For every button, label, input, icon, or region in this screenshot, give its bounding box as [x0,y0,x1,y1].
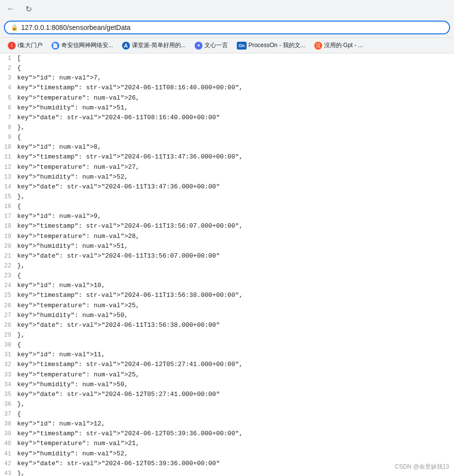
json-line: 32 key">"timestamp": str-val">"2024-06-1… [0,360,454,370]
line-number: 12 [0,163,17,172]
line-number: 36 [0,400,17,409]
bookmark-processon[interactable]: On ProcessOn - 我的文... [233,39,309,52]
line-content: key">"id": num-val">9, [17,212,101,221]
json-line: 28 key">"date": str-val">"2024-06-11T13:… [0,320,454,330]
line-number: 19 [0,232,17,241]
json-line: 36 }, [0,399,454,409]
line-number: 5 [0,94,17,103]
bookmark-label-ijida: i集大门户 [18,41,43,50]
json-line: 15 }, [0,192,454,202]
line-number: 15 [0,192,17,202]
line-content: key">"id": num-val">8, [17,142,101,152]
line-number: 32 [0,360,17,370]
bookmark-ketangpai[interactable]: A 课堂派-简单好用的... [118,39,190,52]
bookmark-icon-qianxin: 📄 [51,42,59,50]
json-line: 6 key">"humidity": num-val">51, [0,103,454,113]
line-content: key">"id": num-val">11, [17,350,105,360]
json-line: 43 }, [0,469,454,476]
line-number: 35 [0,390,17,399]
line-number: 39 [0,429,17,439]
line-content: key">"temperature": num-val">27, [17,162,140,172]
json-line: 17 key">"id": num-val">9, [0,212,454,221]
json-line: 5 key">"temperature": num-val">26, [0,93,454,103]
line-content: key">"humidity": num-val">51, [17,241,128,251]
line-content: }, [17,399,25,409]
line-content: key">"timestamp": str-val">"2024-06-11T1… [17,291,243,300]
line-content: { [17,132,21,142]
line-content: key">"humidity": num-val">50, [17,311,128,320]
line-content: { [17,63,21,73]
json-line: 38 key">"id": num-val">12, [0,419,454,429]
json-line: 26 key">"temperature": num-val">25, [0,301,454,311]
address-bar[interactable]: 🔒 127.0.0.1:8080/sensorbean/getData [4,21,450,34]
back-button[interactable]: ← [4,2,18,16]
json-line: 42 key">"date": str-val">"2024-06-12T05:… [0,459,454,469]
line-number: 8 [0,123,17,132]
line-number: 11 [0,153,17,162]
line-number: 21 [0,252,17,261]
line-content: key">"humidity": num-val">50, [17,380,128,390]
line-content: key">"date": str-val">"2024-06-12T05:39:… [17,459,220,469]
url-text: 127.0.0.1:8080/sensorbean/getData [21,24,130,31]
line-number: 6 [0,104,17,113]
line-content: key">"timestamp": str-val">"2024-06-11T1… [17,152,243,162]
line-content: key">"temperature": num-val">26, [17,93,140,103]
line-content: key">"temperature": num-val">28, [17,232,140,241]
line-number: 34 [0,380,17,390]
bookmark-gpt[interactable]: 没 没用的·Gpt - ... [310,39,367,52]
json-content: 1[2 {3 key">"id": num-val">7,4 key">"tim… [0,53,454,476]
bookmark-label-wenxin: 文心一言 [204,41,228,50]
line-number: 28 [0,321,17,330]
line-content: }, [17,123,25,132]
json-line: 24 key">"id": num-val">10, [0,281,454,291]
line-number: 13 [0,173,17,182]
line-number: 40 [0,439,17,449]
bookmarks-bar: i i集大门户 📄 奇安信网神网络安... A 课堂派-简单好用的... ✦ 文… [0,37,454,53]
json-line: 19 key">"temperature": num-val">28, [0,232,454,241]
bookmark-label-ketangpai: 课堂派-简单好用的... [132,41,186,50]
json-line: 13 key">"humidity": num-val">52, [0,172,454,182]
bookmark-icon-ijida: i [8,42,16,50]
reload-button[interactable]: ↻ [22,2,35,16]
line-content: key">"temperature": num-val">25, [17,301,140,311]
line-number: 33 [0,370,17,380]
json-line: 35 key">"date": str-val">"2024-06-12T05:… [0,390,454,399]
bookmark-icon-ketangpai: A [122,42,130,50]
bookmark-icon-gpt: 没 [314,42,322,50]
json-line: 11 key">"timestamp": str-val">"2024-06-1… [0,152,454,162]
line-content: [ [17,53,21,63]
line-number: 18 [0,222,17,231]
browser-chrome: ← ↻ 🔒 127.0.0.1:8080/sensorbean/getData … [0,0,454,53]
bookmark-wenxin[interactable]: ✦ 文心一言 [191,39,232,52]
bookmark-ijida[interactable]: i i集大门户 [4,39,47,52]
json-line: 22 }, [0,261,454,271]
line-content: key">"temperature": num-val">25, [17,370,140,380]
json-line: 40 key">"temperature": num-val">21, [0,439,454,449]
line-content: key">"date": str-val">"2024-06-11T13:56:… [17,251,220,261]
json-line: 41 key">"humidity": num-val">52, [0,449,454,459]
line-number: 22 [0,262,17,271]
line-number: 30 [0,341,17,350]
bookmark-icon-wenxin: ✦ [195,42,202,50]
line-content: { [17,409,21,419]
bookmark-label-gpt: 没用的·Gpt - ... [324,41,363,50]
line-number: 1 [0,54,17,63]
line-number: 10 [0,143,17,152]
json-line: 34 key">"humidity": num-val">50, [0,380,454,390]
json-line: 25 key">"timestamp": str-val">"2024-06-1… [0,291,454,300]
bookmark-qianxin[interactable]: 📄 奇安信网神网络安... [48,39,117,52]
watermark: CSDN @命里缺我13 [395,463,449,471]
json-line: 21 key">"date": str-val">"2024-06-11T13:… [0,251,454,261]
line-content: key">"timestamp": str-val">"2024-06-11T1… [17,221,243,231]
address-bar-row: 🔒 127.0.0.1:8080/sensorbean/getData [0,18,454,37]
line-number: 25 [0,291,17,300]
line-number: 17 [0,212,17,221]
line-number: 7 [0,113,17,123]
line-number: 29 [0,331,17,340]
line-content: { [17,202,21,212]
line-number: 23 [0,271,17,281]
line-number: 4 [0,83,17,93]
line-content: }, [17,330,25,340]
line-content: key">"id": num-val">12, [17,419,105,429]
line-number: 31 [0,350,17,360]
